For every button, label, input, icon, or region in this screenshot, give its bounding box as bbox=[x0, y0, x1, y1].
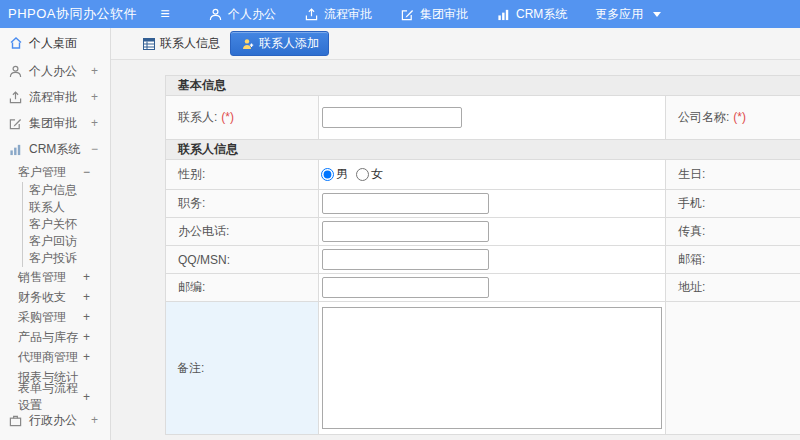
sidebar-item-label: 集团审批 bbox=[29, 115, 77, 132]
tab-contact-list[interactable]: 联系人信息 bbox=[141, 35, 220, 52]
sidebar-item-label: 客户投诉 bbox=[29, 250, 77, 267]
contact-name-label: 联系人:(*) bbox=[166, 96, 319, 140]
contact-add-form: 基本信息 联系人:(*) 公司名称:(*) 联系人信息 bbox=[165, 75, 800, 435]
contact-name-input[interactable] bbox=[322, 107, 462, 128]
briefcase-icon bbox=[8, 413, 23, 428]
collapse-minus-icon: − bbox=[91, 142, 98, 156]
user-icon bbox=[208, 7, 223, 22]
sidebar-item-customer-info[interactable]: 客户信息 bbox=[22, 182, 110, 199]
sidebar-item-label: 财务收支 bbox=[18, 289, 66, 306]
section-header-contact-info: 联系人信息 bbox=[166, 140, 800, 160]
sidebar-item-label: 客户信息 bbox=[29, 182, 77, 199]
zip-code-input[interactable] bbox=[322, 277, 489, 298]
job-title-input[interactable] bbox=[322, 193, 489, 214]
note-label: 备注: bbox=[166, 302, 319, 435]
sidebar-item-process-approval[interactable]: 流程审批 + bbox=[0, 84, 110, 110]
table-icon bbox=[141, 36, 156, 51]
collapse-minus-icon: − bbox=[83, 165, 90, 179]
sidebar-item-customer-callback[interactable]: 客户回访 bbox=[22, 233, 110, 250]
sidebar-item-label: 代理商管理 bbox=[18, 349, 78, 366]
nav-group-approval[interactable]: 集团审批 bbox=[386, 0, 482, 28]
sidebar-item-form-process-settings[interactable]: 表单与流程设置 + bbox=[0, 387, 110, 407]
expand-plus-icon: + bbox=[83, 270, 90, 284]
sidebar-item-label: 表单与流程设置 bbox=[18, 380, 83, 414]
home-icon bbox=[8, 36, 23, 51]
sidebar-item-label: 行政办公 bbox=[29, 412, 77, 429]
sidebar-item-group-approval[interactable]: 集团审批 + bbox=[0, 110, 110, 136]
nav-crm-system[interactable]: CRM系统 bbox=[482, 0, 581, 28]
sidebar-item-agents[interactable]: 代理商管理 + bbox=[0, 347, 110, 367]
gender-male-label: 男 bbox=[336, 166, 348, 183]
app-logo: PHPOA协同办公软件 bbox=[0, 5, 150, 23]
top-header: PHPOA协同办公软件 ≡ 个人办公 流程审批 集团审批 CRM系统 bbox=[0, 0, 800, 28]
note-right-spacer bbox=[666, 302, 800, 435]
gender-label: 性别: bbox=[166, 160, 319, 190]
contact-name-cell bbox=[319, 96, 666, 140]
address-label: 地址: bbox=[666, 274, 800, 302]
gender-cell: 男 女 bbox=[319, 160, 666, 190]
share-icon bbox=[304, 7, 319, 22]
sidebar-item-label: 个人办公 bbox=[29, 63, 77, 80]
user-add-icon bbox=[240, 36, 255, 51]
job-title-cell bbox=[319, 190, 666, 218]
sidebar-item-crm-system[interactable]: CRM系统 − bbox=[0, 136, 110, 162]
bar-chart-icon bbox=[8, 142, 23, 157]
note-textarea[interactable] bbox=[322, 307, 662, 429]
sidebar-item-desktop[interactable]: 个人桌面 bbox=[0, 28, 110, 58]
share-icon bbox=[8, 90, 23, 105]
fax-label: 传真: bbox=[666, 218, 800, 246]
expand-plus-icon: + bbox=[91, 90, 98, 104]
sidebar-item-label: 联系人 bbox=[29, 199, 65, 216]
qq-msn-input[interactable] bbox=[322, 249, 489, 270]
office-phone-input[interactable] bbox=[322, 221, 489, 242]
nav-process-approval[interactable]: 流程审批 bbox=[290, 0, 386, 28]
sidebar-item-personal-office[interactable]: 个人办公 + bbox=[0, 58, 110, 84]
bar-chart-icon bbox=[496, 7, 511, 22]
sidebar-item-label: 客户回访 bbox=[29, 233, 77, 250]
nav-label: 流程审批 bbox=[324, 6, 372, 23]
email-label: 邮箱: bbox=[666, 246, 800, 274]
gender-female-radio[interactable] bbox=[356, 168, 369, 181]
nav-more-apps[interactable]: 更多应用 bbox=[581, 0, 675, 28]
sidebar-item-label: 客户关怀 bbox=[29, 216, 77, 233]
sidebar-item-label: 流程审批 bbox=[29, 89, 77, 106]
sidebar-item-label: 客户管理 bbox=[18, 164, 66, 181]
sidebar: 个人桌面 个人办公 + 流程审批 + 集团审批 + bbox=[0, 28, 111, 440]
tab-label: 联系人信息 bbox=[160, 35, 220, 52]
nav-label: 个人办公 bbox=[228, 6, 276, 23]
tab-label: 联系人添加 bbox=[259, 35, 319, 52]
expand-plus-icon: + bbox=[83, 330, 90, 344]
sidebar-item-label: CRM系统 bbox=[29, 141, 80, 158]
edit-icon bbox=[400, 7, 415, 22]
main-content: 联系人信息 联系人添加 基本信息 联系人:(*) bbox=[111, 28, 800, 440]
top-nav: 个人办公 流程审批 集团审批 CRM系统 更多应用 bbox=[194, 0, 675, 28]
menu-toggle-button[interactable]: ≡ bbox=[150, 0, 180, 28]
gender-male-radio[interactable] bbox=[321, 168, 334, 181]
sidebar-item-customer-care[interactable]: 客户关怀 bbox=[22, 216, 110, 233]
nav-label: CRM系统 bbox=[516, 6, 567, 23]
expand-plus-icon: + bbox=[83, 290, 90, 304]
tab-contact-add[interactable]: 联系人添加 bbox=[230, 31, 329, 56]
sidebar-item-sales-management[interactable]: 销售管理 + bbox=[0, 267, 110, 287]
expand-plus-icon: + bbox=[91, 413, 98, 427]
birthday-label: 生日: bbox=[666, 160, 800, 190]
office-phone-cell bbox=[319, 218, 666, 246]
sidebar-item-products-inventory[interactable]: 产品与库存 + bbox=[0, 327, 110, 347]
expand-plus-icon: + bbox=[91, 116, 98, 130]
sidebar-item-contacts[interactable]: 联系人 bbox=[22, 199, 110, 216]
sidebar-item-admin-office[interactable]: 行政办公 + bbox=[0, 407, 110, 433]
sidebar-item-customer-complaint[interactable]: 客户投诉 bbox=[22, 250, 110, 267]
job-title-label: 职务: bbox=[166, 190, 319, 218]
sidebar-item-label: 销售管理 bbox=[18, 269, 66, 286]
gender-female-label: 女 bbox=[371, 166, 383, 183]
required-marker: (*) bbox=[733, 110, 746, 124]
field-label: 公司名称: bbox=[678, 110, 729, 124]
user-icon bbox=[8, 64, 23, 79]
nav-personal-office[interactable]: 个人办公 bbox=[194, 0, 290, 28]
qq-msn-cell bbox=[319, 246, 666, 274]
edit-icon bbox=[8, 116, 23, 131]
sidebar-item-purchasing[interactable]: 采购管理 + bbox=[0, 307, 110, 327]
sidebar-item-customer-management[interactable]: 客户管理 − bbox=[0, 162, 110, 182]
section-header-basic-info: 基本信息 bbox=[166, 76, 800, 96]
sidebar-item-finance[interactable]: 财务收支 + bbox=[0, 287, 110, 307]
